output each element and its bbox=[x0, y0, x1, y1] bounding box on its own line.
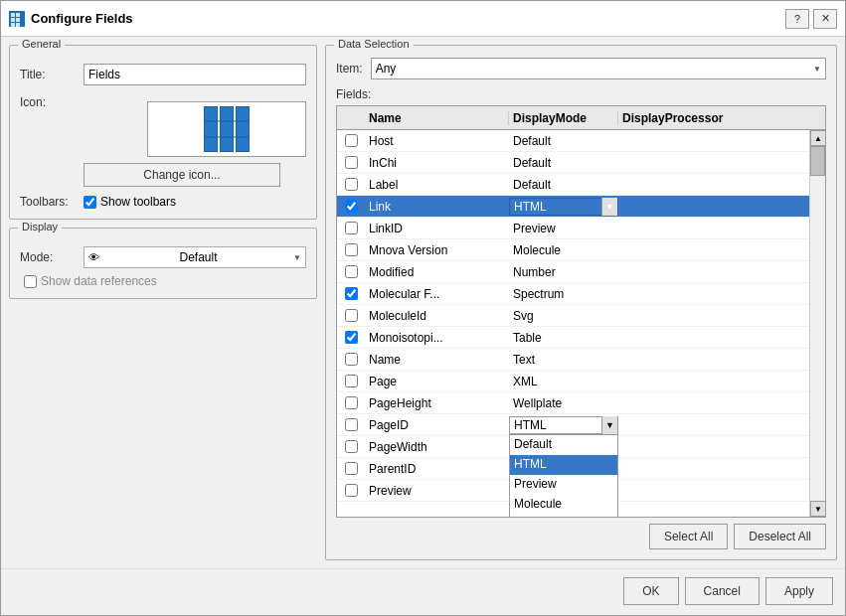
show-toolbars-checkbox[interactable] bbox=[84, 196, 96, 209]
row-checkbox[interactable] bbox=[345, 178, 358, 191]
dropdown-option[interactable]: Molecule bbox=[510, 495, 617, 515]
table-row[interactable]: InChiDefault bbox=[337, 152, 809, 174]
scroll-thumb[interactable] bbox=[810, 146, 825, 176]
table-row[interactable]: HostDefault bbox=[337, 130, 809, 152]
show-refs-checkbox[interactable] bbox=[24, 275, 37, 288]
mode-value: Default bbox=[180, 250, 218, 264]
row-display-mode: Svg bbox=[509, 309, 618, 323]
table-row[interactable]: LabelDefault bbox=[337, 174, 809, 196]
row-checkbox-cell bbox=[337, 331, 365, 344]
data-selection-group: Data Selection Item: Any ▼ Fields: Name … bbox=[325, 45, 837, 560]
select-all-button[interactable]: Select All bbox=[649, 524, 728, 549]
row-checkbox[interactable] bbox=[345, 440, 358, 453]
table-row[interactable]: MoleculeIdSvg bbox=[337, 305, 809, 327]
right-panel: Data Selection Item: Any ▼ Fields: Name … bbox=[325, 45, 837, 560]
row-checkbox[interactable] bbox=[345, 265, 358, 278]
ok-button[interactable]: OK bbox=[623, 577, 678, 605]
row-checkbox[interactable] bbox=[345, 200, 358, 213]
row-checkbox-cell bbox=[337, 309, 365, 322]
change-icon-button[interactable]: Change icon... bbox=[84, 163, 280, 187]
item-chevron-icon: ▼ bbox=[813, 65, 821, 74]
row-checkbox[interactable] bbox=[345, 375, 358, 387]
row-checkbox-cell bbox=[337, 375, 365, 387]
mode-chevron-icon: ▼ bbox=[293, 253, 301, 262]
dropdown-panel: DefaultHTMLPreviewMoleculeNumberSpectrum… bbox=[509, 434, 618, 518]
row-checkbox[interactable] bbox=[345, 396, 358, 409]
table-row[interactable]: NameText bbox=[337, 349, 809, 371]
row-checkbox[interactable] bbox=[345, 484, 358, 497]
row-checkbox[interactable] bbox=[345, 462, 358, 475]
table-row[interactable]: LinkIDPreview bbox=[337, 218, 809, 239]
dropdown-option[interactable]: Preview bbox=[510, 475, 617, 495]
row-checkbox[interactable] bbox=[345, 222, 358, 234]
table-row[interactable]: Molecular F...Spectrum bbox=[337, 283, 809, 305]
help-button[interactable]: ? bbox=[785, 9, 809, 29]
display-mode-value: HTML bbox=[510, 200, 601, 214]
show-refs-row: Show data references bbox=[20, 274, 306, 288]
row-checkbox-cell bbox=[337, 156, 365, 169]
row-checkbox[interactable] bbox=[345, 418, 358, 431]
apply-button[interactable]: Apply bbox=[765, 577, 833, 605]
row-checkbox[interactable] bbox=[345, 353, 358, 366]
display-group: Display Mode: 👁 Default ▼ Show data refe… bbox=[9, 228, 317, 299]
row-display-mode: Number bbox=[509, 265, 618, 279]
row-checkbox[interactable] bbox=[345, 309, 358, 322]
toolbars-label: Toolbars: bbox=[20, 195, 78, 209]
close-button[interactable]: ✕ bbox=[813, 9, 837, 29]
table-row[interactable]: PageHeightWellplate bbox=[337, 392, 809, 414]
table-row[interactable]: Mnova VersionMolecule bbox=[337, 239, 809, 261]
title-input[interactable] bbox=[84, 64, 306, 85]
row-checkbox[interactable] bbox=[345, 243, 358, 256]
mode-select[interactable]: 👁 Default ▼ bbox=[84, 246, 306, 268]
row-name: MoleculeId bbox=[365, 309, 509, 323]
row-checkbox-cell bbox=[337, 440, 365, 453]
left-panel: General Title: Icon: bbox=[9, 45, 317, 560]
svg-rect-5 bbox=[11, 23, 15, 27]
row-checkbox[interactable] bbox=[345, 156, 358, 169]
title-bar-buttons: ? ✕ bbox=[785, 9, 837, 29]
display-mode-dropdown[interactable]: HTML▼ bbox=[509, 198, 618, 216]
dropdown-arrow-button[interactable]: ▼ bbox=[601, 198, 617, 216]
row-name: Mnova Version bbox=[365, 243, 509, 257]
row-display-mode: Spectrum bbox=[509, 287, 618, 301]
mode-label: Mode: bbox=[20, 250, 78, 264]
table-row[interactable]: PageIDHTML▼DefaultHTMLPreviewMoleculeNum… bbox=[337, 414, 809, 436]
svg-rect-12 bbox=[237, 107, 249, 151]
table-row[interactable]: ModifiedNumber bbox=[337, 261, 809, 283]
dropdown-option[interactable]: Default bbox=[510, 435, 617, 455]
th-display-processor: DisplayProcessor bbox=[618, 111, 809, 125]
row-name: Label bbox=[365, 178, 509, 192]
row-name: Page bbox=[365, 375, 509, 388]
dialog-body: General Title: Icon: bbox=[1, 37, 845, 568]
dropdown-arrow-button[interactable]: ▼ bbox=[601, 416, 617, 434]
table-header: Name DisplayMode DisplayProcessor bbox=[337, 106, 825, 130]
title-field-row: Title: bbox=[20, 64, 306, 85]
field-icon-svg bbox=[204, 106, 250, 152]
row-name: LinkID bbox=[365, 222, 509, 235]
svg-rect-10 bbox=[221, 107, 233, 151]
table-row[interactable]: Monoisotopi...Table bbox=[337, 327, 809, 349]
deselect-all-button[interactable]: Deselect All bbox=[734, 524, 826, 549]
scroll-down-button[interactable]: ▼ bbox=[810, 501, 825, 517]
display-mode-dropdown[interactable]: HTML▼ bbox=[509, 416, 618, 434]
th-display-mode: DisplayMode bbox=[509, 111, 618, 125]
dropdown-option[interactable]: Number bbox=[510, 515, 617, 518]
cancel-button[interactable]: Cancel bbox=[685, 577, 760, 605]
row-checkbox-cell bbox=[337, 200, 365, 213]
item-value: Any bbox=[376, 62, 397, 76]
data-selection-legend: Data Selection bbox=[334, 38, 414, 50]
row-checkbox[interactable] bbox=[345, 287, 358, 300]
row-checkbox[interactable] bbox=[345, 331, 358, 344]
scroll-up-button[interactable]: ▲ bbox=[810, 130, 825, 146]
dropdown-option[interactable]: HTML bbox=[510, 455, 617, 475]
toolbars-row: Toolbars: Show toolbars bbox=[20, 195, 306, 209]
title-bar: Configure Fields ? ✕ bbox=[1, 1, 845, 37]
table-row[interactable]: PageXML bbox=[337, 371, 809, 392]
row-checkbox[interactable] bbox=[345, 134, 358, 147]
item-select[interactable]: Any ▼ bbox=[371, 58, 826, 79]
dialog-footer: OK Cancel Apply bbox=[1, 568, 845, 615]
table-row[interactable]: LinkHTML▼ bbox=[337, 196, 809, 218]
general-legend: General bbox=[18, 38, 65, 50]
row-name: Monoisotopi... bbox=[365, 331, 509, 345]
row-display-mode: HTML▼DefaultHTMLPreviewMoleculeNumberSpe… bbox=[509, 416, 618, 434]
